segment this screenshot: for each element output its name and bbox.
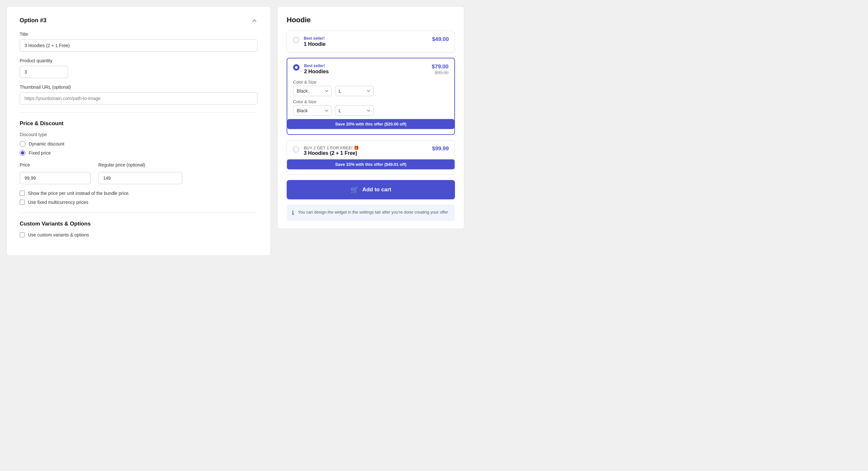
dynamic-discount-label: Dynamic discount xyxy=(29,141,64,146)
quantity-label: Product quantity xyxy=(20,58,258,63)
cart-icon: 🛒 xyxy=(350,186,359,194)
bundle-option-1-price: $49.00 xyxy=(432,36,449,42)
show-per-unit-option[interactable]: Show the price per unit instead of the b… xyxy=(20,190,258,196)
price-label: Price xyxy=(20,162,91,168)
bundle-option-2-price-container: $79.00 $99.00 xyxy=(432,63,448,75)
price-discount-title: Price & Discount xyxy=(20,120,258,127)
fixed-price-option[interactable]: Fixed price xyxy=(20,150,258,156)
bundle-option-1-badge: Best seller! xyxy=(304,36,428,41)
bundle-option-2-price: $79.00 xyxy=(432,63,448,70)
variant-row-1-group: Color & Size Black White Gray S M L XL xyxy=(293,80,448,96)
bundle-option-3-radio[interactable] xyxy=(293,146,299,153)
thumbnail-label: Thumbnail URL (optional) xyxy=(20,85,258,90)
option-card: Option #3 Title Product quantity Thumbna… xyxy=(6,6,271,256)
bundle-option-3-name: 3 Hoodies (2 + 1 Free) xyxy=(304,150,428,156)
option-header: Option #3 xyxy=(20,17,258,24)
add-to-cart-button[interactable]: 🛒 Add to cart xyxy=(287,180,455,199)
bundle-option-2-name: 2 Hoodies xyxy=(304,69,427,75)
quantity-field-group: Product quantity xyxy=(20,58,258,78)
bundle-option-1-info: Best seller! 1 Hoodie xyxy=(304,36,428,47)
info-icon: ℹ xyxy=(292,209,294,216)
discount-type-label: Discount type xyxy=(20,132,258,137)
variant-row-1-color-select[interactable]: Black White Gray xyxy=(293,86,332,96)
bundle-option-1-name: 1 Hoodie xyxy=(304,41,428,47)
use-custom-variants-option[interactable]: Use custom variants & options xyxy=(20,232,258,237)
dynamic-discount-radio[interactable] xyxy=(20,141,26,147)
bundle-option-2-info: Best seller! 2 Hoodies xyxy=(304,63,427,75)
use-fixed-multicurrency-option[interactable]: Use fixed multicurrency prices xyxy=(20,200,258,205)
info-text: You can design the widget in the setting… xyxy=(298,209,448,215)
bundle-option-3-header: BUY 2 GET 1 FOR FREE! 🎁 3 Hoodies (2 + 1… xyxy=(293,146,449,156)
bundle-option-2-save-badge: Save 20% with this offer ($20.00 off) xyxy=(287,119,454,129)
thumbnail-field-group: Thumbnail URL (optional) xyxy=(20,85,258,105)
collapse-icon[interactable] xyxy=(251,18,258,24)
bundle-option-2-original-price: $99.00 xyxy=(432,70,448,75)
bundle-option-2-radio[interactable] xyxy=(293,64,300,71)
variant-row-2-size-select[interactable]: S M L XL xyxy=(335,106,374,116)
bundle-option-3-info: BUY 2 GET 1 FOR FREE! 🎁 3 Hoodies (2 + 1… xyxy=(304,146,428,156)
quantity-input[interactable] xyxy=(20,66,68,78)
show-per-unit-checkbox[interactable] xyxy=(20,190,25,196)
divider-1 xyxy=(20,112,258,113)
option-title: Option #3 xyxy=(20,17,46,24)
discount-type-radio-group: Dynamic discount Fixed price xyxy=(20,141,258,156)
variant-row-1-size-select[interactable]: S M L XL xyxy=(335,86,374,96)
price-row: Price Regular price (optional) xyxy=(20,162,258,184)
bundle-option-1-price-container: $49.00 xyxy=(432,36,449,42)
variant-row-2-group: Color & Size Black White Gray S M L XL xyxy=(293,99,448,116)
dynamic-discount-option[interactable]: Dynamic discount xyxy=(20,141,258,147)
bundle-option-3-save-badge: Save 33% with this offer ($49.01 off) xyxy=(287,159,455,169)
regular-price-label: Regular price (optional) xyxy=(98,162,182,168)
right-panel: Hoodie Best seller! 1 Hoodie $49.00 Best… xyxy=(277,6,464,465)
title-field-group: Title xyxy=(20,32,258,52)
thumbnail-input[interactable] xyxy=(20,92,258,105)
checkbox-group: Show the price per unit instead of the b… xyxy=(20,190,258,205)
variant-row-2: Black White Gray S M L XL xyxy=(293,106,448,116)
variant-row-2-label: Color & Size xyxy=(293,99,448,104)
custom-variants-title: Custom Variants & Options xyxy=(20,220,258,227)
title-input[interactable] xyxy=(20,39,258,52)
show-per-unit-label: Show the price per unit instead of the b… xyxy=(28,190,130,196)
left-panel: Option #3 Title Product quantity Thumbna… xyxy=(6,6,271,465)
use-custom-variants-label: Use custom variants & options xyxy=(28,232,89,237)
bundle-option-3-bogo-label: BUY 2 GET 1 FOR FREE! 🎁 xyxy=(304,146,428,150)
use-custom-variants-checkbox[interactable] xyxy=(20,232,25,237)
variant-row-2-color-select[interactable]: Black White Gray xyxy=(293,106,332,116)
use-fixed-multicurrency-checkbox[interactable] xyxy=(20,200,25,205)
fixed-price-radio[interactable] xyxy=(20,150,26,156)
bundle-option-3-price-container: $99.99 xyxy=(432,146,449,152)
price-field: Price xyxy=(20,162,91,184)
widget-card: Hoodie Best seller! 1 Hoodie $49.00 Best… xyxy=(277,6,464,229)
fixed-price-label: Fixed price xyxy=(29,150,51,155)
variant-row-1-label: Color & Size xyxy=(293,80,448,85)
bundle-option-3[interactable]: BUY 2 GET 1 FOR FREE! 🎁 3 Hoodies (2 + 1… xyxy=(287,140,455,175)
bundle-option-1-header: Best seller! 1 Hoodie $49.00 xyxy=(293,36,449,47)
bundle-option-1-radio[interactable] xyxy=(293,37,299,43)
bundle-option-3-price: $99.99 xyxy=(432,146,449,152)
bundle-option-2-header: Best seller! 2 Hoodies $79.00 $99.00 xyxy=(293,63,448,75)
bundle-option-1[interactable]: Best seller! 1 Hoodie $49.00 xyxy=(287,31,455,53)
price-input[interactable] xyxy=(20,172,91,184)
use-fixed-multicurrency-label: Use fixed multicurrency prices xyxy=(28,200,88,205)
divider-2 xyxy=(20,213,258,213)
title-label: Title xyxy=(20,32,258,37)
bundle-option-2-variants: Color & Size Black White Gray S M L XL xyxy=(293,80,448,116)
add-to-cart-label: Add to cart xyxy=(363,186,392,193)
bundle-option-2[interactable]: Best seller! 2 Hoodies $79.00 $99.00 Col… xyxy=(287,58,455,135)
bundle-option-2-badge: Best seller! xyxy=(304,63,427,68)
variant-row-1: Black White Gray S M L XL xyxy=(293,86,448,96)
regular-price-field: Regular price (optional) xyxy=(98,162,182,184)
info-box: ℹ You can design the widget in the setti… xyxy=(287,205,455,221)
regular-price-input[interactable] xyxy=(98,172,182,184)
widget-title: Hoodie xyxy=(287,16,455,24)
custom-variants-checkbox-group: Use custom variants & options xyxy=(20,232,258,237)
